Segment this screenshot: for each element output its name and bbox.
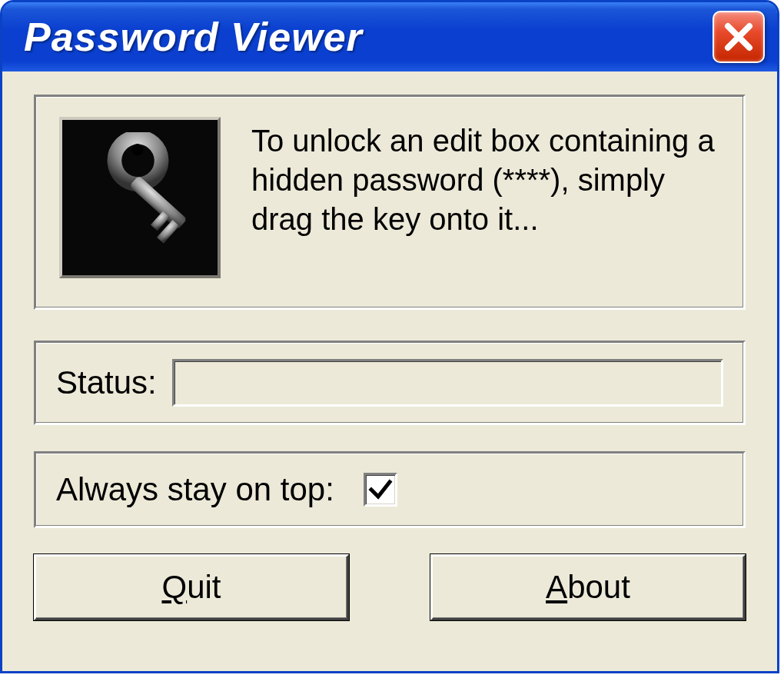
title-bar[interactable]: Password Viewer — [2, 2, 777, 71]
window-title: Password Viewer — [24, 14, 363, 60]
always-on-top-label: Always stay on top: — [56, 471, 334, 508]
status-field — [172, 359, 723, 407]
about-accel: A — [546, 569, 567, 605]
close-icon — [723, 22, 754, 52]
status-panel: Status: — [34, 341, 746, 425]
about-rest: bout — [567, 569, 630, 605]
quit-accel: Q — [161, 569, 187, 605]
instruction-panel: To unlock an edit box containing a hidde… — [34, 95, 746, 310]
quit-button[interactable]: Quit — [34, 554, 349, 620]
instruction-text: To unlock an edit box containing a hidde… — [251, 117, 720, 240]
close-button[interactable] — [713, 11, 765, 63]
always-on-top-panel: Always stay on top: — [34, 451, 746, 528]
dialog-window: Password Viewer — [0, 0, 779, 673]
key-drag-source[interactable] — [59, 117, 221, 278]
about-button[interactable]: About — [430, 554, 746, 620]
always-on-top-checkbox[interactable] — [364, 473, 397, 507]
quit-rest: uit — [187, 569, 221, 605]
button-row: Quit About — [34, 554, 746, 620]
client-area: To unlock an edit box containing a hidde… — [5, 71, 775, 669]
checkmark-icon — [368, 477, 393, 502]
status-label: Status: — [56, 364, 157, 401]
key-icon — [75, 132, 205, 263]
